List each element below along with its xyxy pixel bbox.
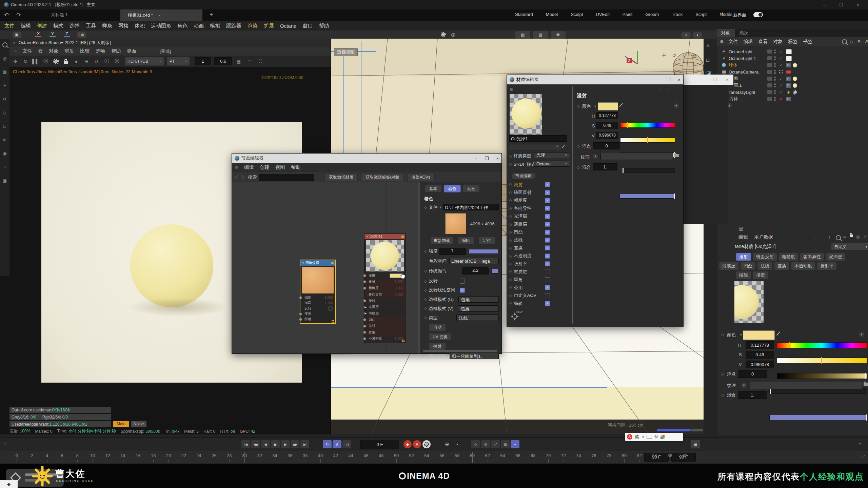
- layout-icon[interactable]: ▤: [691, 52, 698, 59]
- ime-toolbar[interactable]: S 英 🕨 ⚒: [625, 433, 683, 441]
- record-rotation-icon[interactable]: ⟲: [481, 440, 490, 448]
- output-port[interactable]: [401, 236, 404, 238]
- skip-end-icon[interactable]: ▶|: [300, 440, 309, 448]
- node-canvas[interactable]: ▼ 图像纹理 强度1.000伽马2.200反转变换投射 ▼ Oc光泽1 漫: [232, 182, 418, 353]
- image-texture-node[interactable]: ▼ 图像纹理 强度1.000伽马2.200反转变换投射: [300, 260, 336, 324]
- apps-grid-icon[interactable]: [660, 435, 665, 439]
- object-row[interactable]: taneDayLight✓☀: [716, 89, 868, 96]
- border-v-dropdown[interactable]: 包裹: [458, 305, 499, 312]
- move-icon[interactable]: ＋: [1, 82, 8, 89]
- tab-shading[interactable]: 着色: [444, 185, 461, 192]
- layout-tab-sculpt[interactable]: Sculpt: [564, 12, 589, 17]
- position-toggle-icon[interactable]: ⊕: [442, 440, 451, 448]
- tab-takes[interactable]: 场次: [735, 29, 753, 37]
- hamburger-icon[interactable]: ≡: [14, 48, 17, 54]
- visibility-dots[interactable]: [774, 90, 776, 94]
- material-channel-row[interactable]: ◇薄膜层✓: [509, 220, 570, 228]
- projection-button[interactable]: 投射: [429, 343, 446, 350]
- om-menu-标签[interactable]: 标签: [785, 39, 800, 45]
- node-port-row[interactable]: ▶光泽层: [364, 304, 405, 310]
- layer-color-chip[interactable]: [767, 49, 772, 54]
- value-field[interactable]: 0.996078: [746, 361, 774, 368]
- collapse-icon[interactable]: ▼: [859, 332, 864, 337]
- axis-x-button[interactable]: X: [35, 31, 41, 37]
- rotate-icon[interactable]: ↺: [1, 96, 8, 102]
- channel-button-薄膜层[interactable]: 薄膜层: [719, 262, 738, 270]
- resize-grip[interactable]: [331, 320, 335, 323]
- loop-icon[interactable]: ↻: [323, 440, 332, 448]
- uv-tag-icon[interactable]: [786, 83, 791, 88]
- viewport-scrollbar[interactable]: [657, 429, 691, 431]
- get-active-tag-button[interactable]: 获取激活标签/对象: [361, 173, 403, 181]
- color-swatch[interactable]: [743, 330, 775, 340]
- menu-Octane[interactable]: Octane: [277, 23, 299, 29]
- enable-state-icon[interactable]: ✓: [778, 63, 784, 68]
- keying-gear-icon[interactable]: [422, 440, 431, 448]
- uv-transform-button[interactable]: UV 变换: [429, 333, 451, 341]
- channel-checkbox[interactable]: ✓: [545, 214, 550, 219]
- octane-doc-tab[interactable]: × OctaneRender Studio+ 2022.1-[R8] (28 天…: [9, 39, 331, 47]
- chevron-down-icon[interactable]: ▼: [594, 105, 597, 108]
- channel-button-光泽层[interactable]: 光泽层: [826, 253, 845, 261]
- record-position-icon[interactable]: ⊹: [471, 440, 480, 448]
- reload-button[interactable]: 重新加载: [430, 237, 453, 245]
- layer-color-chip[interactable]: [767, 83, 772, 87]
- filter-icon[interactable]: ≡: [857, 39, 860, 44]
- whitebalance-icon[interactable]: ○: [1, 163, 8, 170]
- chevron-down-icon[interactable]: ▼: [739, 333, 743, 337]
- maximize-button[interactable]: ❐: [713, 77, 717, 82]
- node-editor-menu-编辑[interactable]: 编辑: [241, 164, 257, 170]
- layer-color-chip[interactable]: [767, 90, 772, 94]
- close-button[interactable]: ×: [496, 156, 499, 161]
- target-icon[interactable]: ◎: [1, 55, 8, 62]
- octane-menu-界面[interactable]: 界面: [124, 48, 139, 54]
- timeline-ruler[interactable]: 90 F 90 F ⤢ 0246810121416182022242628303…: [0, 451, 868, 464]
- menu-选择[interactable]: 选择: [66, 23, 83, 29]
- channel-checkbox[interactable]: ✓: [545, 222, 550, 227]
- texture-field[interactable]: [600, 153, 673, 160]
- enable-state-icon[interactable]: ✓: [778, 76, 784, 81]
- om-menu-编辑[interactable]: 编辑: [741, 39, 755, 45]
- value-slider[interactable]: [777, 373, 867, 379]
- octane-tab-close-icon[interactable]: ×: [13, 41, 15, 45]
- minimize-button[interactable]: –: [657, 77, 659, 82]
- keyframe-selection-icon[interactable]: ✂: [511, 440, 519, 448]
- enable-state-icon[interactable]: ✓: [778, 83, 784, 88]
- axis-z-button[interactable]: Z: [64, 31, 70, 37]
- layer-color-chip[interactable]: [767, 97, 772, 101]
- layout-tab-standard[interactable]: Standard: [509, 12, 539, 17]
- channel-checkbox[interactable]: ✓: [545, 182, 550, 187]
- object-row[interactable]: 球体✓: [716, 62, 868, 68]
- octane-menu-帮助[interactable]: 帮助: [108, 48, 124, 54]
- menu-编辑[interactable]: 编辑: [18, 23, 34, 29]
- expand-icon[interactable]: ⤢: [861, 454, 865, 459]
- speaker-icon[interactable]: ◁): [342, 440, 351, 448]
- power-slider[interactable]: [469, 249, 499, 254]
- channel-checkbox[interactable]: ✓: [545, 301, 550, 306]
- hue-slider[interactable]: [620, 123, 675, 128]
- redo-icon[interactable]: ↷: [16, 12, 21, 19]
- hamburger-icon[interactable]: ≡: [510, 86, 513, 93]
- material-channel-row[interactable]: ◇自定义AOV: [509, 291, 570, 299]
- node-port-row[interactable]: 不透明度1.000: [364, 336, 405, 342]
- menu-样条[interactable]: 样条: [99, 23, 115, 29]
- channel-button-粗糙度[interactable]: 粗糙度: [779, 253, 798, 261]
- add-layout-button[interactable]: +: [721, 11, 724, 17]
- float-slider[interactable]: [622, 168, 675, 173]
- menu-运动图形[interactable]: 运动图形: [148, 23, 174, 29]
- filter-icon[interactable]: ≡: [843, 234, 846, 239]
- keyboard-icon[interactable]: [647, 435, 652, 439]
- float-field[interactable]: 0: [593, 142, 620, 149]
- layer-color-chip[interactable]: [767, 56, 772, 60]
- back-icon[interactable]: ←: [813, 234, 818, 240]
- eyedropper-icon[interactable]: [778, 331, 779, 336]
- interface-pill-2[interactable]: ◗: [692, 32, 703, 38]
- menu-窗口[interactable]: 窗口: [299, 23, 316, 29]
- keyframe-track-icon[interactable]: A: [333, 440, 341, 448]
- lock-icon[interactable]: [62, 57, 71, 66]
- material-channel-row[interactable]: ◇粗糙度✓: [509, 197, 570, 204]
- render-view-button[interactable]: ▧: [515, 31, 531, 39]
- kernel-dropdown[interactable]: PT∨: [167, 57, 190, 66]
- maximize-button[interactable]: ❐: [667, 77, 671, 82]
- material-channel-row[interactable]: ◇编辑✓: [509, 300, 570, 307]
